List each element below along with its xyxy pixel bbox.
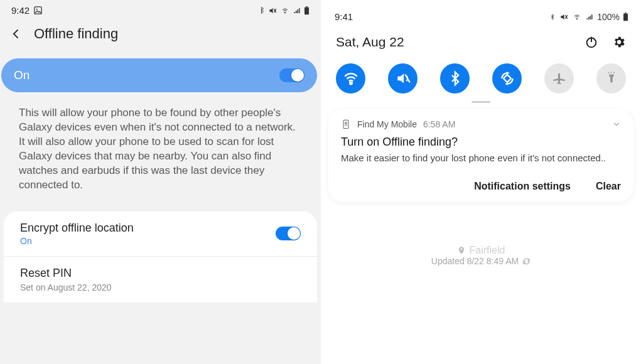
svg-rect-15	[503, 75, 510, 82]
svg-point-13	[350, 82, 352, 85]
encrypt-toggle[interactable]	[276, 227, 301, 240]
notification-app: Find My Mobile	[357, 119, 417, 129]
chevron-down-icon[interactable]	[612, 120, 621, 129]
wifi-icon	[280, 7, 290, 14]
row-title: Encrypt offline location	[20, 222, 134, 235]
svg-line-14	[405, 75, 410, 83]
svg-rect-5	[306, 6, 308, 7]
status-bar: 9:42	[0, 0, 321, 18]
svg-rect-10	[625, 13, 627, 13]
page-title: Offline finding	[34, 26, 118, 42]
flashlight-icon	[605, 71, 618, 86]
bluetooth-icon	[258, 6, 265, 15]
signal-icon	[293, 7, 301, 14]
bluetooth-icon	[549, 13, 556, 21]
svg-rect-9	[623, 13, 628, 21]
svg-point-1	[36, 9, 38, 10]
wifi-icon	[343, 70, 359, 87]
gear-icon[interactable]	[612, 35, 626, 49]
settings-header: Offline finding	[0, 18, 321, 58]
master-toggle[interactable]: On	[1, 58, 317, 92]
status-time: 9:42	[11, 5, 30, 16]
volume-off-icon	[559, 13, 569, 21]
qs-wifi[interactable]	[336, 63, 365, 94]
qs-rotate[interactable]	[492, 63, 522, 94]
toggle-switch[interactable]	[279, 68, 304, 82]
feature-description: This will allow your phone to be found b…	[0, 92, 321, 211]
power-icon[interactable]	[584, 35, 598, 49]
qs-sound-mute[interactable]	[388, 63, 417, 94]
qs-flashlight[interactable]	[596, 63, 626, 94]
panel-date[interactable]: Sat, Aug 22	[336, 35, 404, 50]
row-title: Reset PIN	[20, 267, 112, 280]
panel-drag-handle[interactable]	[471, 101, 490, 103]
settings-list: Encrypt offline location On Reset PIN Se…	[4, 211, 317, 302]
refresh-icon	[522, 257, 531, 265]
status-bar: 9:41 100%	[321, 0, 641, 26]
signal-icon	[585, 13, 594, 21]
battery-icon	[304, 6, 310, 15]
svg-point-20	[345, 122, 347, 124]
row-subtitle: Set on August 22, 2020	[20, 282, 112, 292]
master-toggle-label: On	[14, 68, 30, 82]
weather-updated: Updated 8/22 8:49 AM	[431, 256, 519, 266]
svg-line-18	[613, 72, 614, 73]
weather-city: Fairfield	[469, 245, 505, 255]
notification-header: Find My Mobile 6:58 AM	[341, 119, 621, 129]
svg-rect-4	[304, 7, 309, 14]
notification-title: Turn on Offline finding?	[341, 136, 621, 149]
background-weather: Fairfield Updated 8/22 8:49 AM	[321, 245, 641, 266]
notification-clear-button[interactable]: Clear	[596, 181, 621, 192]
qs-airplane[interactable]	[544, 63, 574, 94]
bluetooth-icon	[448, 70, 463, 87]
battery-text: 100%	[597, 12, 620, 22]
notification-body: Make it easier to find your lost phone e…	[341, 153, 621, 163]
battery-icon	[623, 13, 628, 21]
find-my-mobile-icon	[341, 119, 351, 129]
auto-rotate-icon	[499, 70, 515, 87]
svg-point-8	[576, 18, 578, 19]
list-row-encrypt[interactable]: Encrypt offline location On	[4, 211, 317, 257]
back-icon[interactable]	[10, 28, 23, 40]
notification-settings-button[interactable]: Notification settings	[474, 181, 571, 192]
svg-line-17	[608, 72, 609, 73]
qs-bluetooth[interactable]	[440, 63, 470, 94]
volume-off-icon	[267, 6, 277, 15]
svg-rect-19	[343, 120, 348, 128]
quick-settings	[321, 55, 641, 101]
notification-time: 6:58 AM	[423, 119, 455, 129]
volume-off-icon	[395, 70, 411, 87]
row-subtitle: On	[20, 236, 134, 246]
notification-card[interactable]: Find My Mobile 6:58 AM Turn on Offline f…	[328, 109, 633, 202]
picture-icon	[33, 6, 43, 15]
airplane-icon	[552, 71, 567, 86]
list-row-reset-pin[interactable]: Reset PIN Set on August 22, 2020	[4, 257, 317, 302]
location-pin-icon	[457, 246, 466, 255]
wifi-icon	[572, 13, 582, 21]
status-time: 9:41	[335, 11, 353, 22]
